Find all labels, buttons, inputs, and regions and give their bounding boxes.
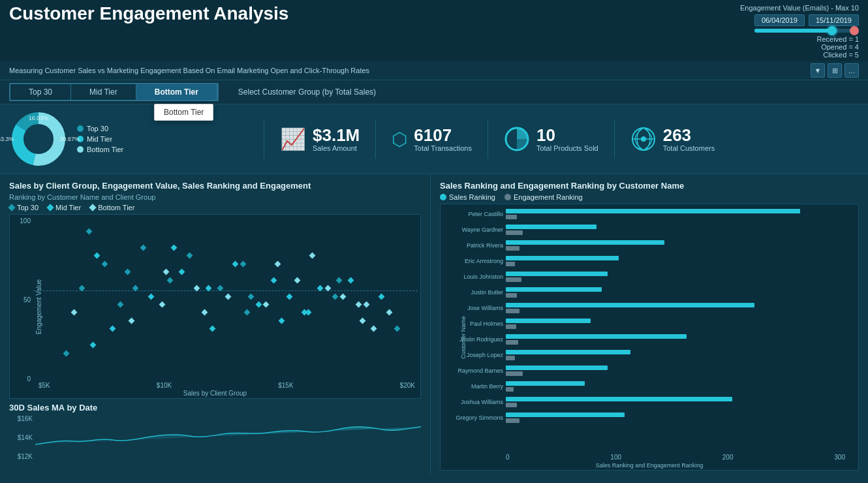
scatter-dot xyxy=(94,253,101,259)
scatter-xlabel: Sales by Client Group xyxy=(10,390,420,397)
tier-dropdown-popup[interactable]: Bottom Tier xyxy=(154,104,213,121)
scatter-dot xyxy=(255,302,262,308)
tier-section: Top 30 Mid Tier Bottom Tier Bottom Tier … xyxy=(0,80,868,104)
scatter-dot xyxy=(232,260,239,267)
bar-engagement xyxy=(506,356,515,360)
scatter-dot xyxy=(279,317,285,324)
line-chart-section: 30D Sales MA by Date $16K$14K$12K xyxy=(9,403,421,471)
scatter-legend-top30: Top 30 xyxy=(9,204,39,211)
scatter-dot xyxy=(286,293,292,300)
bar-engagement xyxy=(506,340,518,345)
scatter-dot xyxy=(394,326,400,332)
kpi-transactions: ⬡ 6107 Total Transactions xyxy=(382,126,481,153)
slider-thumb-left[interactable] xyxy=(828,26,837,35)
bar-engagement xyxy=(506,230,523,235)
scatter-dot xyxy=(186,253,193,259)
customer-group-label: Select Customer Group (by Total Sales) xyxy=(238,87,376,97)
scatter-dot xyxy=(263,302,270,308)
bar-row: Joshua Williams xyxy=(506,395,845,409)
line-chart-title: 30D Sales MA by Date xyxy=(9,403,421,413)
filter-icon[interactable]: ▼ xyxy=(811,63,825,78)
bar-engagement xyxy=(506,309,519,313)
tab-bottomtier[interactable]: Bottom Tier xyxy=(136,84,217,100)
scatter-legend-midtier: Mid Tier xyxy=(48,204,81,211)
scatter-dot xyxy=(309,253,316,259)
line-chart-svg xyxy=(35,415,421,461)
bar-customer-label: Peter Castillo xyxy=(441,211,503,217)
customers-value: 263 xyxy=(663,126,715,145)
scatter-dot xyxy=(129,317,135,324)
bar-xlabel: Sales Ranking and Engagement Ranking xyxy=(441,462,858,469)
slider-thumb-right[interactable] xyxy=(850,26,859,35)
legend-bottomtier: Bottom Tier xyxy=(77,146,123,153)
subtitle-bar: Measuring Customer Sales vs Marketing En… xyxy=(0,61,868,80)
bar-customer-label: Wayne Gardner xyxy=(441,226,503,233)
bar-row: Paul Holmes xyxy=(506,317,845,331)
scatter-dot xyxy=(355,302,362,308)
bar-sales xyxy=(506,209,800,213)
header-right: Engagement Value (Emails) - Max 10 06/04… xyxy=(740,4,859,59)
products-icon xyxy=(504,126,530,152)
chart-right: Sales Ranking and Engagement Ranking by … xyxy=(431,174,868,475)
scatter-dot xyxy=(125,269,131,275)
expand-icon[interactable]: ⊞ xyxy=(828,63,842,78)
bar-row: Martin Berry xyxy=(506,379,845,394)
bar-row: Raymond Barnes xyxy=(506,364,845,378)
bar-customer-label: Patrick Rivera xyxy=(441,242,503,249)
scatter-dot xyxy=(340,293,347,300)
scatter-xaxis: $5K$10K$15K$20K xyxy=(33,382,420,389)
date-range: 06/04/2019 15/11/2019 xyxy=(754,14,859,26)
bar-engagement xyxy=(506,277,521,282)
scatter-dot xyxy=(178,269,185,275)
bar-sales xyxy=(506,240,664,245)
bar-engagement xyxy=(506,387,514,392)
tier-tabs: Top 30 Mid Tier Bottom Tier Bottom Tier xyxy=(9,83,219,101)
scatter-dot xyxy=(336,277,343,283)
slider-row xyxy=(754,29,859,33)
kpi-divider-2 xyxy=(375,119,376,159)
bar-customer-label: Joseph Lopez xyxy=(441,352,503,358)
scatter-dot xyxy=(348,277,354,283)
scatter-dot xyxy=(271,277,277,283)
sales-label: Sales Amount xyxy=(313,144,360,152)
bar-customer-label: Joshua Williams xyxy=(441,399,503,405)
scatter-yaxis: 100500 xyxy=(10,215,33,382)
scatter-dot xyxy=(202,309,208,316)
toolbar-icons: ▼ ⊞ … xyxy=(811,63,859,78)
bar-row: Louis Johnston xyxy=(506,270,845,284)
products-value: 10 xyxy=(536,126,598,145)
scatter-dot xyxy=(147,293,154,300)
bar-customer-label: Louis Johnston xyxy=(441,273,503,280)
bar-customer-label: Paul Holmes xyxy=(441,320,503,327)
tab-top30[interactable]: Top 30 xyxy=(10,84,71,100)
scatter-dot xyxy=(109,326,116,332)
tab-midtier[interactable]: Mid Tier xyxy=(71,84,136,100)
scatter-subtitle: Ranking by Customer Name and Client Grou… xyxy=(9,193,421,201)
scatter-dot xyxy=(225,293,231,300)
bar-row: Peter Castillo xyxy=(506,207,845,221)
engagement-slider[interactable] xyxy=(754,29,859,33)
bar-row: Gregory Simmons xyxy=(506,411,845,425)
scatter-title: Sales by Client Group, Engagement Value,… xyxy=(9,181,421,191)
bar-engagement xyxy=(506,215,517,219)
bar-legend-sales: Sales Ranking xyxy=(440,193,495,201)
bar-row: Patrick Rivera xyxy=(506,238,845,253)
bar-sales xyxy=(506,287,602,292)
bar-engagement xyxy=(506,293,517,298)
subtitle-text: Measuring Customer Sales vs Marketing En… xyxy=(9,67,369,74)
scatter-dot xyxy=(159,302,166,308)
scatter-dot xyxy=(70,309,77,316)
bar-sales xyxy=(506,256,619,260)
bar-xaxis: 0100200300 xyxy=(506,454,845,461)
bar-rows: Peter CastilloWayne GardnerPatrick River… xyxy=(506,207,845,452)
more-icon[interactable]: … xyxy=(845,63,859,78)
legend-dot-top30 xyxy=(77,125,84,132)
start-date-button[interactable]: 06/04/2019 xyxy=(754,14,805,26)
end-date-button[interactable]: 15/11/2019 xyxy=(809,14,859,26)
sales-icon: 📈 xyxy=(280,127,306,151)
donut-legend: Top 30 Mid Tier Bottom Tier xyxy=(77,125,123,153)
bar-engagement xyxy=(506,418,519,423)
svg-point-8 xyxy=(641,136,646,142)
scatter-dot xyxy=(305,309,312,316)
bar-customer-label: Justin Butler xyxy=(441,289,503,296)
